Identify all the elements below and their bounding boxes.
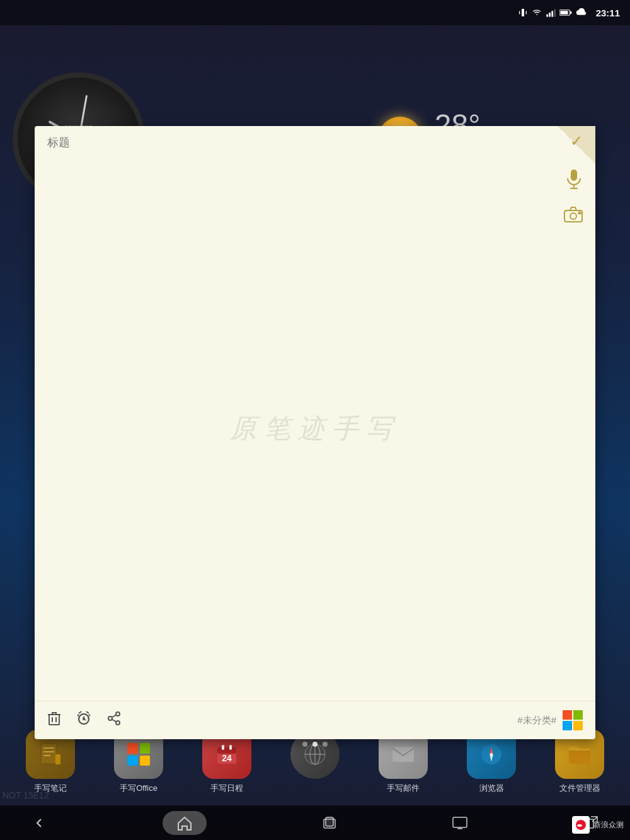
watermark-text: 新浪众测 (593, 820, 624, 831)
app-label-note: 手写笔记 (34, 783, 67, 794)
svg-rect-16 (49, 715, 59, 725)
svg-rect-5 (551, 11, 553, 16)
svg-rect-6 (554, 9, 556, 17)
watermark: 新浪众测 (572, 816, 624, 834)
svg-point-15 (579, 212, 581, 214)
note-delete-button[interactable] (47, 711, 61, 730)
page-dot-2 (312, 742, 318, 747)
signal-icon (546, 8, 556, 18)
page-dots (302, 742, 328, 747)
svg-rect-9 (570, 11, 571, 14)
svg-rect-10 (571, 170, 577, 181)
note-card: ✓ 原笔迹手写 (35, 126, 595, 739)
note-title-input[interactable] (47, 136, 583, 149)
app-item-files[interactable]: 文件管理器 (555, 730, 604, 794)
vibrate-icon (518, 8, 528, 18)
app-item-office[interactable]: 手写Office (114, 730, 163, 794)
svg-rect-52 (326, 817, 333, 826)
home-icon (176, 815, 193, 831)
wifi-icon (532, 8, 542, 18)
app-item-mail[interactable]: 手写邮件 (379, 730, 428, 794)
status-time: 23:11 (596, 8, 620, 18)
svg-line-30 (112, 720, 117, 722)
svg-rect-40 (229, 745, 232, 750)
note-alarm-button[interactable] (76, 711, 91, 730)
win-tile-yellow (573, 721, 583, 730)
win-tile-blue (563, 721, 572, 730)
svg-point-50 (490, 753, 493, 756)
note-category-label[interactable]: #未分类# (517, 715, 556, 727)
camera-icon (564, 206, 583, 222)
note-app-icon (38, 742, 63, 767)
status-icons: 23:11 (518, 8, 620, 18)
app-label-calendar: 手写日程 (210, 783, 243, 794)
alarm-icon (76, 711, 91, 726)
nav-screen-button[interactable] (452, 817, 467, 829)
app-label-mail: 手写邮件 (387, 783, 420, 794)
svg-point-27 (116, 712, 120, 716)
browser-app-icon (479, 742, 504, 767)
svg-rect-4 (549, 13, 551, 17)
trash-icon (47, 711, 61, 726)
svg-rect-39 (222, 745, 224, 750)
svg-rect-8 (560, 11, 568, 14)
note-body[interactable]: 原笔迹手写 (35, 156, 595, 701)
svg-point-26 (83, 718, 84, 720)
note-camera-button[interactable] (564, 206, 583, 226)
share-icon (106, 711, 122, 726)
page-dot-1 (302, 742, 307, 747)
svg-rect-2 (525, 11, 526, 14)
svg-rect-1 (519, 11, 520, 14)
svg-point-28 (108, 716, 112, 720)
recent-icon (323, 816, 336, 830)
screen-icon (452, 817, 467, 829)
watermark-logo (572, 816, 590, 834)
svg-point-58 (583, 823, 584, 824)
svg-rect-36 (55, 754, 60, 764)
note-mic-button[interactable] (565, 168, 583, 194)
app-item-calendar[interactable]: 24 手写日程 (202, 730, 251, 794)
app-label-files: 文件管理器 (559, 783, 600, 794)
svg-rect-32 (41, 744, 57, 764)
note-footer-actions (47, 711, 122, 730)
note-share-button[interactable] (106, 711, 122, 730)
nav-home-button[interactable] (163, 811, 207, 835)
svg-rect-53 (453, 817, 467, 827)
mail-app-icon (391, 745, 415, 763)
app-label-browser: 浏览器 (479, 783, 504, 794)
windows-icon[interactable] (563, 710, 583, 730)
note-footer: #未分类# (35, 701, 595, 739)
note-handwrite-placeholder: 原笔迹手写 (230, 411, 400, 446)
status-bar: 23:11 (0, 0, 630, 25)
weibo-logo (575, 819, 587, 831)
app-item-note[interactable]: 手写笔记 (26, 730, 75, 794)
app-label-office: 手写Office (120, 783, 158, 794)
svg-point-59 (581, 822, 583, 824)
svg-rect-3 (546, 14, 548, 17)
note-header: ✓ (35, 126, 595, 156)
page-dot-3 (323, 742, 328, 747)
win-tile-green (573, 710, 583, 720)
cloud-icon (576, 8, 587, 17)
app-item-browser[interactable]: 浏览器 (467, 730, 516, 794)
svg-rect-0 (522, 9, 524, 16)
svg-point-29 (116, 721, 120, 725)
svg-line-31 (112, 715, 117, 718)
note-footer-right: #未分类# (517, 710, 583, 730)
files-app-icon (567, 743, 592, 766)
svg-line-24 (79, 711, 81, 713)
nav-bar (0, 805, 630, 840)
nav-back-button[interactable] (32, 815, 47, 831)
svg-text:24: 24 (222, 753, 232, 763)
nav-recent-button[interactable] (323, 816, 336, 830)
mic-icon (565, 168, 583, 190)
win-tile-red (563, 710, 572, 720)
svg-line-25 (86, 711, 89, 713)
note-check-button[interactable]: ✓ (570, 132, 583, 150)
calendar-app-icon: 24 (215, 742, 239, 766)
svg-rect-46 (392, 747, 414, 762)
battery-icon (559, 8, 572, 17)
back-icon (32, 815, 47, 831)
svg-point-14 (570, 213, 576, 219)
